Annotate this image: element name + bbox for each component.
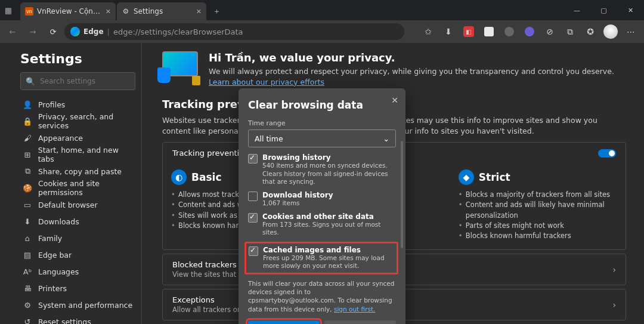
- sign-out-link[interactable]: sign out first.: [334, 306, 375, 313]
- favorites-button[interactable]: ✩: [419, 22, 438, 41]
- extension-button[interactable]: ◧: [459, 22, 478, 41]
- strict-icon: ◆: [459, 169, 474, 185]
- tab-vnreview[interactable]: vn VnReview - Cộng đồng đánh giá ✕: [20, 2, 116, 20]
- tracking-toggle[interactable]: [598, 149, 616, 158]
- option-title: Browsing history: [262, 153, 392, 162]
- clear-browsing-data-dialog: ✕ Clear browsing data Time range All tim…: [239, 88, 405, 324]
- nav-icon: ▭: [23, 200, 32, 209]
- extension-button[interactable]: [520, 22, 539, 41]
- search-settings[interactable]: 🔍: [20, 72, 135, 90]
- privacy-link[interactable]: Learn about our privacy efforts: [209, 78, 324, 87]
- menu-button[interactable]: ⋯: [621, 22, 640, 41]
- time-range-select[interactable]: All time ⌄: [248, 129, 396, 147]
- close-icon[interactable]: ✕: [196, 8, 202, 16]
- nav-icon: ⬇: [23, 217, 32, 226]
- chevron-down-icon: ⌄: [383, 134, 389, 143]
- nav-label: Profiles: [38, 100, 65, 109]
- profile-button[interactable]: [601, 22, 620, 41]
- nav-icon: 🔒: [23, 117, 32, 126]
- nav-icon: 🖌: [23, 134, 32, 143]
- sidebar-item[interactable]: 👤Profiles: [20, 96, 135, 113]
- nav-label: Share, copy and paste: [38, 167, 122, 176]
- nav-label: Family: [38, 234, 62, 243]
- sidebar-item[interactable]: ⧉Share, copy and paste: [20, 163, 135, 180]
- sidebar-item[interactable]: ↺Reset settings: [20, 313, 135, 324]
- checkbox[interactable]: [249, 246, 258, 256]
- window-controls: — ▢ ✕: [564, 0, 644, 20]
- nav-label: Default browser: [38, 200, 98, 209]
- address-url: edge://settings/clearBrowserData: [113, 27, 243, 36]
- checkbox[interactable]: [248, 192, 258, 201]
- checkbox[interactable]: [248, 213, 258, 223]
- clear-option[interactable]: Cached images and filesFrees up 209 MB. …: [244, 242, 398, 274]
- nav-label: Printers: [38, 284, 67, 293]
- option-sub: Frees up 209 MB. Some sites may load mor…: [263, 254, 393, 270]
- clear-now-button[interactable]: Clear now: [248, 320, 320, 324]
- minimize-button[interactable]: —: [564, 0, 590, 20]
- collections-button[interactable]: ⧉: [561, 22, 580, 41]
- dialog-title: Clear browsing data: [248, 99, 396, 111]
- titlebar: ▦ vn VnReview - Cộng đồng đánh giá ✕ ⚙ S…: [0, 0, 644, 20]
- option-sub: From 173 sites. Signs you out of most si…: [262, 221, 392, 237]
- chevron-right-icon: ›: [612, 265, 616, 274]
- extension-button[interactable]: [500, 22, 519, 41]
- sidebar-item[interactable]: ⬇Downloads: [20, 213, 135, 230]
- nav-label: Reset settings: [38, 317, 91, 325]
- time-range-label: Time range: [248, 119, 396, 127]
- gear-icon: ⚙: [122, 7, 130, 16]
- back-button[interactable]: ←: [4, 23, 21, 41]
- edge-icon: [70, 27, 80, 36]
- close-icon[interactable]: ✕: [106, 8, 111, 16]
- clear-option[interactable]: Download history1,067 items: [248, 191, 396, 208]
- forward-button[interactable]: →: [24, 23, 42, 41]
- nav-icon: ▤: [23, 251, 32, 260]
- nav-label: System and performance: [38, 301, 132, 310]
- tab-actions-button[interactable]: ▦: [0, 2, 17, 18]
- sidebar-item[interactable]: 🖶Printers: [20, 280, 135, 297]
- tracking-toggle-label: Tracking prevention: [172, 149, 249, 158]
- address-bar[interactable]: Edge | edge://settings/clearBrowserData: [64, 23, 404, 40]
- performance-button[interactable]: ⊘: [540, 22, 559, 41]
- cancel-button[interactable]: Cancel: [324, 320, 396, 324]
- refresh-button[interactable]: ⟳: [44, 23, 62, 41]
- tracking-card-strict[interactable]: ◆Strict Blocks a majority of trackers fr…: [450, 163, 626, 249]
- sidebar-item[interactable]: ⚙System and performance: [20, 297, 135, 313]
- sidebar-item[interactable]: AᵇLanguages: [20, 263, 135, 280]
- extension-button[interactable]: [479, 22, 499, 41]
- favicon-vnreview: vn: [25, 7, 33, 16]
- option-title: Cookies and other site data: [262, 212, 392, 221]
- option-sub: 1,067 items: [262, 199, 333, 208]
- nav-label: Languages: [38, 267, 79, 276]
- sidebar-item[interactable]: 🍪Cookies and site permissions: [20, 180, 135, 196]
- new-tab-button[interactable]: ＋: [208, 2, 225, 20]
- toolbar: ← → ⟳ Edge | edge://settings/clearBrowse…: [0, 20, 644, 43]
- clear-option[interactable]: Cookies and other site dataFrom 173 site…: [248, 212, 396, 237]
- sidebar-item[interactable]: ▭Default browser: [20, 196, 135, 213]
- settings-sidebar: Settings 🔍 👤Profiles🔒Privacy, search, an…: [0, 43, 142, 324]
- sidebar-item[interactable]: 🔒Privacy, search, and services: [20, 113, 135, 129]
- sidebar-item[interactable]: 🖌Appearance: [20, 129, 135, 146]
- search-input[interactable]: [40, 77, 130, 85]
- maximize-button[interactable]: ▢: [590, 0, 617, 20]
- clear-option[interactable]: Browsing history540 items and more on sy…: [248, 153, 396, 186]
- hero-title: Hi Trần, we value your privacy.: [209, 51, 626, 64]
- sidebar-item[interactable]: ▤Edge bar: [20, 246, 135, 263]
- tab-label: Settings: [134, 7, 193, 16]
- page-title: Settings: [20, 51, 135, 66]
- privacy-hero-image: [162, 51, 198, 84]
- option-title: Cached images and files: [263, 246, 393, 254]
- nav-icon: ⧉: [23, 166, 32, 176]
- downloads-button[interactable]: ⬇: [439, 22, 458, 41]
- extensions-button[interactable]: ✪: [581, 22, 600, 41]
- chevron-right-icon: ›: [612, 300, 616, 310]
- dialog-scrollbar[interactable]: [401, 141, 403, 248]
- close-dialog-button[interactable]: ✕: [391, 95, 398, 105]
- search-icon: 🔍: [26, 77, 35, 86]
- checkbox[interactable]: [248, 154, 258, 163]
- nav-icon: ⌂: [23, 234, 32, 243]
- sidebar-item[interactable]: ⊞Start, home, and new tabs: [20, 146, 135, 163]
- close-window-button[interactable]: ✕: [617, 0, 644, 20]
- tab-settings[interactable]: ⚙ Settings ✕: [117, 2, 206, 20]
- sidebar-item[interactable]: ⌂Family: [20, 230, 135, 246]
- nav-icon: 👤: [23, 100, 32, 109]
